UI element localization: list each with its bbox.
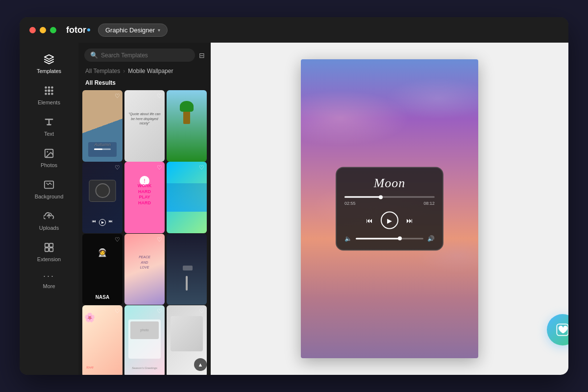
search-bar: 🔍 ⊟	[78, 43, 211, 66]
logo-dot	[87, 28, 90, 31]
search-icon: 🔍	[90, 51, 98, 59]
sidebar-text-label: Text	[44, 131, 54, 137]
chevron-down-icon: ▾	[158, 27, 160, 33]
minimize-dot[interactable]	[40, 27, 46, 33]
template-thumb[interactable]: ♡ 🧑‍🚀 NASA	[82, 234, 122, 305]
close-dot[interactable]	[29, 27, 36, 33]
template-thumb[interactable]: ♡	[167, 162, 207, 233]
template-thumb[interactable]: ♡ ⏮ ▶ ⏭	[82, 162, 122, 233]
heart-icon: ♡	[199, 164, 204, 171]
progress-dot	[379, 195, 383, 199]
svg-point-6	[48, 93, 50, 95]
canvas-preview: Moon 02:55 08:12 ⏮ ▶ ⏭	[301, 59, 478, 358]
upload-icon	[42, 209, 56, 223]
fast-forward-button[interactable]: ⏭	[406, 217, 413, 224]
sidebar-item-elements[interactable]: Elements	[20, 79, 78, 110]
play-button[interactable]: ▶	[381, 212, 398, 229]
time-current: 02:55	[344, 201, 356, 206]
sidebar-item-photos[interactable]: Photos	[20, 142, 78, 173]
mode-label: Graphic Designer	[105, 26, 155, 34]
template-thumb[interactable]: ♡ love 🌸	[82, 305, 122, 375]
sidebar-photos-label: Photos	[41, 162, 57, 168]
rewind-button[interactable]: ⏮	[366, 217, 373, 224]
template-thumb[interactable]: ♡ ! WORKHARDPLAYHARD	[124, 162, 165, 233]
svg-point-5	[48, 86, 50, 89]
sidebar-item-uploads[interactable]: Uploads	[20, 204, 78, 236]
volume-control: 🔈 🔊	[344, 235, 435, 242]
heart-icon: ♡	[157, 164, 162, 171]
template-thumb[interactable]: ♡ "Quote about life can be here displaye…	[124, 90, 165, 162]
progress-fill	[344, 196, 381, 198]
progress-bar[interactable]	[344, 196, 435, 198]
sidebar-extension-label: Extension	[37, 256, 61, 262]
canvas-area: Moon 02:55 08:12 ⏮ ▶ ⏭	[211, 43, 568, 375]
svg-point-3	[45, 93, 47, 95]
search-input[interactable]	[101, 52, 189, 59]
heart-icon: ♡	[115, 236, 120, 243]
breadcrumb: All Templates › Mobile Wallpaper	[78, 66, 211, 77]
sidebar-item-text[interactable]: Text	[20, 110, 78, 142]
time-labels: 02:55 08:12	[344, 201, 435, 206]
svg-point-0	[48, 89, 50, 92]
window-controls	[29, 27, 56, 33]
svg-point-4	[51, 93, 53, 95]
filter-icon[interactable]: ⊟	[199, 51, 205, 59]
volume-track[interactable]	[356, 238, 423, 239]
time-total: 08:12	[423, 201, 435, 206]
music-title: Moon	[344, 176, 435, 191]
breadcrumb-all-templates[interactable]: All Templates	[85, 68, 120, 74]
sidebar-uploads-label: Uploads	[39, 225, 59, 231]
sidebar-item-background[interactable]: Background	[20, 173, 78, 204]
sidebar-item-extension[interactable]: Extension	[20, 236, 78, 267]
app-logo: fotor	[66, 25, 90, 35]
sidebar: Templates Elements	[20, 43, 78, 375]
svg-point-8	[51, 90, 53, 92]
sidebar-templates-label: Templates	[37, 68, 61, 74]
template-thumb[interactable]: ♡ photo Season's Greetings	[124, 305, 165, 375]
svg-rect-13	[49, 244, 53, 247]
templates-panel: 🔍 ⊟ All Templates › Mobile Wallpaper All…	[78, 43, 211, 375]
heart-icon: ♡	[115, 164, 120, 171]
volume-dot	[398, 237, 402, 241]
template-thumb[interactable]: ♡ PEACEANDLOVE	[124, 234, 165, 305]
main-content: Templates Elements	[20, 43, 568, 375]
nasa-label: NASA	[82, 294, 122, 300]
results-label: All Results	[78, 77, 211, 90]
volume-high-icon: 🔊	[427, 235, 435, 242]
svg-rect-15	[49, 248, 53, 251]
work-hard-text: WORKHARDPLAYHARD	[124, 183, 165, 206]
text-icon	[42, 115, 56, 129]
heart-icon: ♡	[115, 93, 120, 99]
heart-icon: ♡	[157, 236, 162, 243]
chevron-up-icon: ▲	[198, 362, 203, 368]
svg-point-7	[45, 90, 47, 92]
background-icon	[42, 178, 56, 192]
svg-point-1	[45, 86, 47, 89]
breadcrumb-current: Mobile Wallpaper	[128, 68, 173, 74]
panel-inner: ♡ Autumn ♡ "Quote a	[78, 90, 211, 375]
maximize-dot[interactable]	[50, 27, 56, 33]
heart-icon: ♡	[157, 93, 162, 99]
breadcrumb-separator: ›	[123, 68, 125, 74]
scroll-to-top-button[interactable]: ▲	[194, 358, 207, 371]
mode-selector[interactable]: Graphic Designer ▾	[98, 24, 168, 37]
sidebar-item-templates[interactable]: Templates	[20, 48, 78, 79]
playback-controls: ⏮ ▶ ⏭	[344, 212, 435, 229]
template-thumb[interactable]	[167, 234, 207, 305]
favorite-button[interactable]: ✦	[547, 314, 568, 345]
search-input-wrap[interactable]: 🔍	[84, 49, 195, 62]
app-window: fotor Graphic Designer ▾ Templates	[20, 17, 568, 375]
more-dots[interactable]: ···	[39, 267, 59, 285]
heart-icon: ♡	[199, 308, 204, 315]
volume-low-icon: 🔈	[344, 235, 352, 242]
titlebar: fotor Graphic Designer ▾	[20, 17, 568, 43]
layers-icon	[42, 52, 56, 66]
image-icon	[42, 147, 56, 160]
svg-point-10	[47, 151, 48, 152]
sidebar-more-label: More	[43, 283, 55, 289]
template-thumb[interactable]: ♡ Autumn	[82, 90, 122, 162]
heart-in-frame-icon	[556, 323, 568, 337]
music-player-card: Moon 02:55 08:12 ⏮ ▶ ⏭	[336, 167, 443, 251]
heart-icon: ♡	[115, 308, 120, 315]
template-thumb[interactable]	[167, 90, 207, 162]
